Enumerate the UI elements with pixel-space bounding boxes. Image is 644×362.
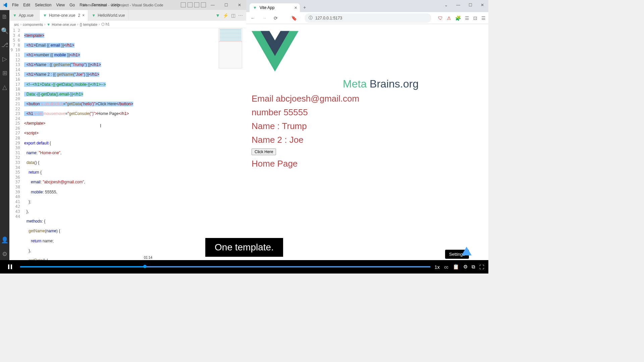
- address-bar[interactable]: ⓘ 127.0.0.1:5173: [305, 13, 431, 23]
- maximize-button[interactable]: ☐: [219, 0, 233, 10]
- window-title: Home-one.vue - vue-project - Visual Stud…: [83, 3, 163, 7]
- captions-icon[interactable]: ㏄: [444, 264, 449, 270]
- svg-rect-1: [11, 264, 12, 269]
- breadcrumb[interactable]: src› components› ▼Home-one.vue› {} templ…: [9, 21, 246, 28]
- search-icon[interactable]: 🔍: [1, 27, 9, 35]
- forward-button[interactable]: →: [260, 15, 268, 21]
- browser-minimize[interactable]: —: [452, 0, 464, 10]
- explorer-icon[interactable]: 🗎: [1, 13, 9, 21]
- layout-toggles[interactable]: [181, 2, 206, 7]
- video-controls: 1x ㏄ 📋 ⚙ ⧉ ⛶: [0, 260, 488, 274]
- pause-button[interactable]: [0, 260, 20, 274]
- vue-logo-icon: [252, 29, 299, 73]
- time-tooltip: 01:14: [142, 255, 154, 260]
- video-settings-icon[interactable]: ⚙: [463, 264, 468, 270]
- browser-toolbar: ← → ⟳ 🔖 ⓘ 127.0.0.1:5173 🛡 ⚠ 🧩 ☰ ⊡ ☰: [246, 12, 488, 24]
- heading-email: Email abcjoesh@gmail.com: [252, 94, 483, 104]
- click-here-button[interactable]: Click Here: [252, 148, 276, 155]
- video-caption: One template.: [205, 238, 283, 257]
- tab-app[interactable]: ▼App.vue: [9, 10, 40, 21]
- url-text: 127.0.0.1:5173: [315, 16, 342, 20]
- debug-icon[interactable]: ▷: [1, 55, 9, 63]
- tab-home-one[interactable]: ▼Home-one.vue 2×: [40, 10, 88, 21]
- triangle-logo-icon: [462, 247, 472, 255]
- line-numbers: 1 2 3 4 5 6 7 8 9 10 11 12 13 14 15 16 1…: [9, 28, 23, 261]
- browser-window: 📌 ▼ Vite App ✕ + ⌄ — ☐ ✕ ← → ⟳ 🔖 ⓘ 127.0…: [246, 0, 488, 261]
- favicon-icon: ▼: [253, 5, 257, 10]
- new-tab-button[interactable]: +: [300, 3, 309, 12]
- text-cursor-icon: I: [100, 123, 101, 128]
- download-icon[interactable]: ⊡: [473, 15, 477, 21]
- browser-tab[interactable]: ▼ Vite App ✕: [250, 3, 300, 12]
- bookmark-icon[interactable]: 🔖: [290, 15, 298, 21]
- close-tab-icon[interactable]: ✕: [294, 6, 297, 10]
- menu-file[interactable]: File: [10, 3, 20, 7]
- editor-tabs: ▼App.vue ▼Home-one.vue 2× ▼HelloWorld.vu…: [9, 10, 246, 21]
- site-info-icon[interactable]: ⓘ: [309, 15, 313, 21]
- source-control-icon[interactable]: ⎇: [1, 41, 9, 49]
- extensions-icon[interactable]: ⊞: [1, 69, 9, 77]
- close-button[interactable]: ✕: [233, 0, 246, 10]
- warning-icon[interactable]: ⚠: [447, 15, 451, 21]
- menu-edit[interactable]: Edit: [21, 3, 32, 7]
- browser-close[interactable]: ✕: [476, 0, 488, 10]
- dropdown-icon[interactable]: ⌄: [440, 0, 452, 10]
- menu-selection[interactable]: Selection: [33, 3, 53, 7]
- tab-title: Vite App: [260, 5, 274, 10]
- settings-icon[interactable]: ⚙: [1, 250, 9, 258]
- menu-view[interactable]: View: [54, 3, 67, 7]
- page-content: Meta Brains.org Email abcjoesh@gmail.com…: [246, 24, 488, 261]
- vscode-icon: [0, 0, 10, 10]
- browser-maximize[interactable]: ☐: [464, 0, 476, 10]
- extensions-icon[interactable]: 🧩: [455, 15, 461, 21]
- menu-go[interactable]: Go: [67, 3, 77, 7]
- heading-name2: Name 2 : Joe: [252, 135, 483, 145]
- code-editor[interactable]: 1 2 3 4 5 6 7 8 9 10 11 12 13 14 15 16 1…: [9, 28, 246, 261]
- svg-rect-0: [8, 264, 9, 269]
- browser-tabbar: ▼ Vite App ✕ + ⌄ — ☐ ✕: [246, 0, 488, 12]
- minimize-button[interactable]: —: [206, 0, 219, 10]
- code-content[interactable]: <template> <h1>Email {{ email }}</h1> <h…: [23, 28, 246, 261]
- sidepanel-icon[interactable]: ☰: [465, 15, 469, 21]
- activity-bar: 🗎 🔍 ⎇ ▷ ⊞ △ 👤 ⚙: [0, 10, 9, 261]
- vite-icon[interactable]: ⚡: [223, 13, 228, 18]
- titlebar: File Edit Selection View Go Run Terminal…: [0, 0, 246, 10]
- split-editor-icon[interactable]: ◫: [231, 13, 235, 18]
- accounts-icon[interactable]: 👤: [1, 236, 9, 244]
- menu-icon[interactable]: ☰: [481, 15, 486, 21]
- pip-icon[interactable]: ⧉: [472, 264, 475, 270]
- testing-icon[interactable]: △: [1, 83, 9, 91]
- speed-icon[interactable]: 1x: [434, 264, 440, 270]
- heading-number: number 55555: [252, 107, 483, 118]
- shield-icon[interactable]: 🛡: [438, 15, 443, 21]
- heading-name: Name : Trump: [252, 121, 483, 131]
- reload-button[interactable]: ⟳: [272, 15, 280, 21]
- transcript-icon[interactable]: 📋: [453, 264, 459, 270]
- heading-home[interactable]: Home Page: [252, 159, 483, 169]
- vscode-window: File Edit Selection View Go Run Terminal…: [0, 0, 246, 261]
- back-button[interactable]: ←: [249, 15, 257, 21]
- progress-bar[interactable]: [20, 266, 430, 268]
- more-icon[interactable]: ⋯: [238, 13, 243, 18]
- minimap[interactable]: [219, 28, 242, 68]
- vue-devtools-icon[interactable]: ▼: [215, 13, 220, 18]
- close-icon[interactable]: ×: [82, 13, 85, 18]
- fullscreen-icon[interactable]: ⛶: [479, 264, 484, 270]
- tab-helloworld[interactable]: ▼HelloWorld.vue: [88, 10, 128, 21]
- brand-title: Meta Brains.org: [278, 78, 483, 90]
